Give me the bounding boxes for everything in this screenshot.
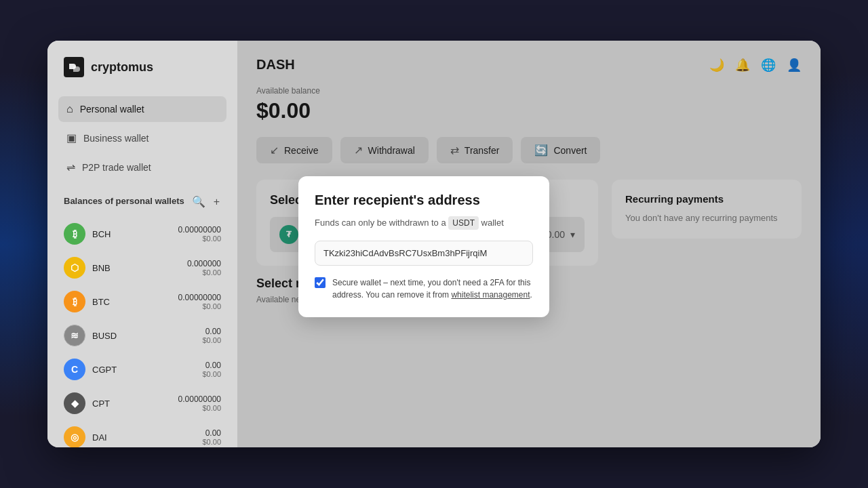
wallet-item-cpt[interactable]: ◆ CPT 0.00000000 $0.00: [58, 387, 226, 420]
secure-wallet-row: Secure wallet – next time, you don't nee…: [315, 277, 533, 301]
section-actions: 🔍 +: [191, 194, 221, 209]
sidebar: cryptomus ⌂ Personal wallet ▣ Business w…: [47, 41, 237, 447]
bch-usd: $0.00: [178, 235, 221, 243]
btc-icon: ₿: [64, 291, 85, 312]
secure-wallet-label: Secure wallet – next time, you don't nee…: [332, 277, 533, 301]
btc-name: BTC: [92, 297, 110, 307]
wallet-item-bnb[interactable]: ⬡ BNB 0.000000 $0.00: [58, 251, 226, 284]
recipient-address-input[interactable]: [315, 241, 533, 266]
currency-badge: USDT: [448, 216, 479, 230]
search-wallets-button[interactable]: 🔍: [191, 194, 207, 209]
cgpt-usd: $0.00: [202, 370, 221, 378]
cpt-usd: $0.00: [178, 404, 221, 412]
wallets-section-header: Balances of personal wallets 🔍 +: [58, 183, 226, 215]
dai-icon: ◎: [64, 426, 85, 447]
cpt-amount: 0.00000000: [178, 394, 221, 404]
bnb-amount: 0.000000: [187, 259, 221, 268]
busd-name: BUSD: [92, 331, 117, 341]
secure-wallet-checkbox[interactable]: [315, 277, 326, 288]
sidebar-item-personal-wallet[interactable]: ⌂ Personal wallet: [58, 96, 226, 122]
busd-icon: ≋: [64, 325, 85, 346]
sidebar-item-p2p-trade-wallet[interactable]: ⇌ P2P trade wallet: [58, 154, 226, 180]
main-content: DASH 🌙 🔔 🌐 👤 Available balance $0.00 ↙ R…: [237, 41, 821, 447]
bnb-icon: ⬡: [64, 257, 85, 279]
wallet-item-busd[interactable]: ≋ BUSD 0.00 $0.00: [58, 319, 226, 352]
cpt-name: CPT: [92, 399, 110, 409]
cpt-icon: ◆: [64, 392, 85, 414]
sidebar-item-business-wallet[interactable]: ▣ Business wallet: [58, 125, 226, 151]
bch-icon: ₿: [64, 223, 85, 245]
busd-usd: $0.00: [202, 336, 221, 344]
cgpt-icon: C: [64, 359, 85, 380]
home-icon: ⌂: [66, 103, 73, 115]
bnb-name: BNB: [92, 263, 111, 273]
logo-text: cryptomus: [91, 60, 153, 75]
dai-amount: 0.00: [202, 428, 221, 438]
dai-usd: $0.00: [202, 438, 221, 446]
add-wallet-button[interactable]: +: [212, 194, 221, 209]
main-nav: ⌂ Personal wallet ▣ Business wallet ⇌ P2…: [58, 96, 226, 180]
bnb-usd: $0.00: [187, 268, 221, 277]
modal-description: Funds can only be withdrawn to a USDT wa…: [315, 216, 533, 230]
bch-name: BCH: [92, 229, 111, 239]
wallet-list: ₿ BCH 0.00000000 $0.00 ⬡ BNB 0.000000 $0…: [58, 218, 226, 447]
wallet-item-dai[interactable]: ◎ DAI 0.00 $0.00: [58, 421, 226, 447]
wallet-item-cgpt[interactable]: C CGPT 0.00 $0.00: [58, 353, 226, 386]
logo: cryptomus: [58, 57, 226, 77]
cgpt-amount: 0.00: [202, 361, 221, 370]
whitelist-management-link[interactable]: whitelist management: [451, 290, 530, 300]
bch-amount: 0.00000000: [178, 225, 221, 235]
logo-icon: [64, 57, 84, 77]
wallet-item-btc[interactable]: ₿ BTC 0.00000000 $0.00: [58, 285, 226, 318]
dai-name: DAI: [92, 432, 107, 443]
modal-overlay: Enter recepient's address Funds can only…: [237, 41, 821, 447]
busd-amount: 0.00: [202, 327, 221, 336]
briefcase-icon: ▣: [66, 131, 77, 144]
btc-amount: 0.00000000: [178, 293, 221, 302]
modal-title: Enter recepient's address: [315, 192, 533, 208]
btc-usd: $0.00: [178, 302, 221, 310]
recipient-address-modal: Enter recepient's address Funds can only…: [298, 176, 549, 317]
wallet-item-bch[interactable]: ₿ BCH 0.00000000 $0.00: [58, 218, 226, 250]
transfer-icon: ⇌: [66, 161, 75, 174]
cgpt-name: CGPT: [92, 365, 117, 375]
wallets-section-title: Balances of personal wallets: [64, 196, 184, 207]
